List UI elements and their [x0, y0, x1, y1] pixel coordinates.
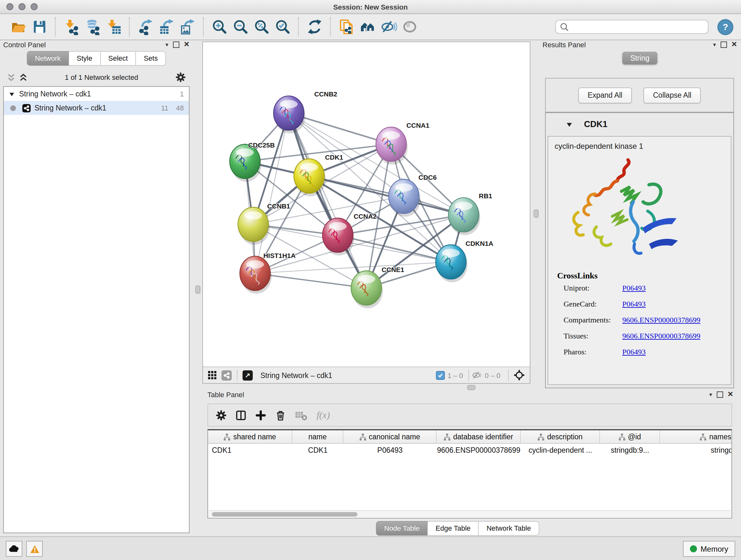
- table-tab-network-table[interactable]: Network Table: [479, 521, 539, 536]
- save-session-icon[interactable]: [30, 18, 48, 36]
- gene-name: CDK1: [584, 119, 608, 129]
- table-cell[interactable]: 9606.ENSP00000378699: [436, 444, 521, 456]
- bottom-splitter-handle[interactable]: [467, 385, 475, 390]
- warnings-button[interactable]: [26, 541, 43, 557]
- table-panel-close-icon[interactable]: ✕: [728, 390, 733, 398]
- detach-view-icon[interactable]: ↗: [243, 370, 253, 380]
- column-header-description[interactable]: description: [521, 430, 600, 443]
- network-canvas[interactable]: CCNB2CCNA1CDC25BCDK1CDC6RB1CCNB1CCNA2CDK…: [203, 42, 530, 367]
- tab-network[interactable]: Network: [27, 51, 69, 66]
- table-cell[interactable]: stringdb:9...: [600, 444, 660, 456]
- help-icon[interactable]: ?: [718, 19, 733, 35]
- create-column-icon[interactable]: [255, 410, 266, 421]
- birds-eye-toggle-icon[interactable]: [514, 370, 525, 381]
- collection-expand-icon[interactable]: [9, 91, 15, 97]
- zoom-selected-icon[interactable]: [274, 18, 291, 36]
- network-node-CDK1[interactable]: CDK1: [294, 153, 343, 197]
- delete-column-icon[interactable]: [275, 410, 286, 421]
- network-edge[interactable]: [255, 113, 289, 273]
- show-hidden-icon[interactable]: [401, 18, 418, 36]
- search-field[interactable]: [555, 20, 709, 34]
- table-row[interactable]: CDK1CDK1P064939606.ENSP00000378699cyclin…: [208, 444, 731, 456]
- network-node-CDKN1A[interactable]: CDKN1A: [435, 240, 493, 282]
- import-network-from-database-icon[interactable]: [84, 18, 101, 36]
- tab-select[interactable]: Select: [100, 51, 136, 66]
- tab-string[interactable]: String: [623, 52, 657, 64]
- clone-network-icon[interactable]: [338, 18, 355, 36]
- show-columns-icon[interactable]: [235, 410, 246, 421]
- crosslink-value-link[interactable]: P06493: [622, 284, 646, 293]
- crosslink-value-link[interactable]: 9606.ENSP00000378699: [622, 331, 700, 341]
- table-tab-edge-table[interactable]: Edge Table: [428, 521, 479, 536]
- column-header-database-identifier[interactable]: database identifier: [436, 430, 521, 443]
- network-collection-row[interactable]: String Network – cdk1 1: [4, 87, 189, 101]
- network-share-icon[interactable]: [221, 370, 232, 380]
- table-panel-collapse-icon[interactable]: ▾: [710, 391, 712, 397]
- export-image-icon[interactable]: [179, 18, 196, 36]
- left-splitter-handle[interactable]: [195, 286, 200, 294]
- selected-nodes-checkbox[interactable]: [436, 371, 445, 380]
- refresh-icon[interactable]: [306, 18, 323, 36]
- expand-all-button[interactable]: Expand All: [578, 87, 632, 103]
- tab-sets[interactable]: Sets: [136, 51, 166, 66]
- right-splitter-handle[interactable]: [534, 209, 539, 218]
- table-panel-float-icon[interactable]: [717, 391, 723, 397]
- gene-expand-icon[interactable]: [566, 121, 572, 127]
- table-cell[interactable]: CDK1: [292, 444, 343, 456]
- column-header-name[interactable]: name: [292, 430, 343, 443]
- import-network-icon[interactable]: [63, 18, 80, 36]
- control-panel-close-icon[interactable]: ✕: [184, 40, 190, 49]
- expand-all-icon[interactable]: [19, 73, 27, 81]
- node-table[interactable]: shared namenamecanonical namedatabase id…: [207, 429, 732, 518]
- table-cell[interactable]: stringdb: [660, 444, 732, 456]
- results-panel-collapse-icon[interactable]: ▾: [713, 41, 716, 48]
- crosslink-value-link[interactable]: P06493: [622, 300, 646, 309]
- memory-button[interactable]: Memory: [683, 541, 735, 557]
- network-node-CCNA1[interactable]: CCNA1: [376, 122, 429, 165]
- first-neighbors-icon[interactable]: [359, 18, 376, 36]
- control-panel-collapse-icon[interactable]: ▾: [165, 41, 169, 48]
- scrollbar-thumb[interactable]: [212, 512, 357, 516]
- cloud-button[interactable]: [6, 541, 22, 557]
- table-options-gear-icon[interactable]: [216, 410, 226, 421]
- tab-style[interactable]: Style: [69, 51, 100, 66]
- crosslink-value-link[interactable]: 9606.ENSP00000378699: [622, 315, 700, 325]
- network-row-selected[interactable]: String Network – cdk1 11 48: [4, 101, 189, 115]
- network-edge[interactable]: [289, 113, 366, 288]
- hide-selected-icon[interactable]: [380, 18, 397, 36]
- search-input[interactable]: [569, 22, 708, 31]
- network-node-HIST1H1A[interactable]: HIST1H1A: [240, 252, 296, 294]
- table-cell[interactable]: P06493: [343, 444, 436, 456]
- table-cell[interactable]: CDK1: [208, 444, 292, 456]
- network-options-gear-icon[interactable]: [176, 72, 186, 82]
- control-panel-float-icon[interactable]: [173, 41, 179, 48]
- protein-structure-image: [565, 153, 696, 267]
- zoom-fit-icon[interactable]: [253, 18, 270, 36]
- table-horizontal-scrollbar[interactable]: [209, 510, 731, 517]
- network-node-CCNB2[interactable]: CCNB2: [273, 90, 337, 133]
- results-panel-close-icon[interactable]: ✕: [731, 40, 737, 49]
- export-table-icon[interactable]: [158, 18, 175, 36]
- table-tab-node-table[interactable]: Node Table: [376, 521, 428, 536]
- grid-view-icon[interactable]: [208, 371, 216, 379]
- zoom-in-icon[interactable]: [211, 18, 228, 36]
- network-edge[interactable]: [309, 176, 464, 215]
- column-header-canonical-name[interactable]: canonical name: [343, 430, 436, 443]
- network-edge[interactable]: [255, 273, 366, 288]
- column-header-shared-name[interactable]: shared name: [208, 430, 292, 443]
- function-builder-icon: f(x): [317, 410, 330, 421]
- column-header--id[interactable]: @id: [600, 430, 660, 443]
- import-table-icon[interactable]: [105, 18, 122, 36]
- column-tree-icon: [224, 433, 231, 440]
- export-network-icon[interactable]: [137, 18, 154, 36]
- table-cell[interactable]: cyclin-dependent ...: [521, 444, 600, 456]
- collapse-all-button[interactable]: Collapse All: [643, 87, 701, 103]
- zoom-out-icon[interactable]: [232, 18, 249, 36]
- network-view[interactable]: CCNB2CCNA1CDC25BCDK1CDC6RB1CCNB1CCNA2CDK…: [202, 42, 530, 384]
- network-node-RB1[interactable]: RB1: [448, 192, 492, 235]
- results-panel-float-icon[interactable]: [721, 41, 727, 48]
- collapse-all-icon[interactable]: [7, 73, 15, 81]
- open-session-icon[interactable]: [10, 18, 27, 36]
- crosslink-value-link[interactable]: P06493: [622, 348, 646, 357]
- column-header-namespace[interactable]: namespace: [660, 430, 732, 443]
